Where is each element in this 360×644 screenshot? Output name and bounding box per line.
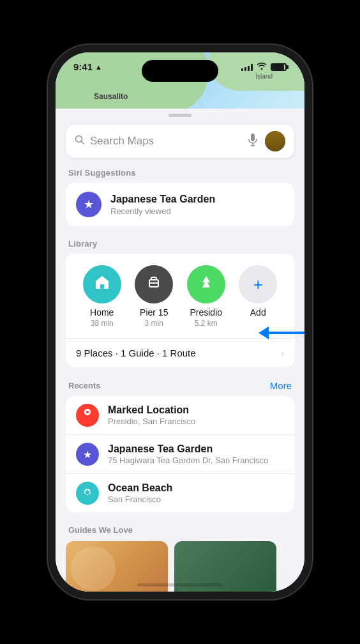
beach-icon-circle xyxy=(76,482,99,505)
recents-label: Recents xyxy=(68,381,101,390)
star-recent-icon: ★ xyxy=(83,448,92,461)
siri-suggestions-header: Siri Suggestions xyxy=(56,165,304,183)
phone-frame: Sausalito Island 9:41 ▲ xyxy=(56,52,304,592)
search-bar-container: Search Maps xyxy=(56,125,304,165)
presidio-icon-circle xyxy=(187,265,225,303)
recent-tea-garden-title: Japanese Tea Garden xyxy=(108,443,284,455)
library-item-presidio[interactable]: Presidio 5.2 km xyxy=(184,265,229,328)
home-icon-circle xyxy=(83,265,121,303)
signal-icon xyxy=(241,63,253,71)
tree-icon xyxy=(197,273,215,296)
pier-icon-circle xyxy=(135,265,173,303)
briefcase-icon xyxy=(145,273,163,296)
home-icon xyxy=(93,273,111,296)
arrow-head xyxy=(259,326,269,339)
map-label-island: Island xyxy=(255,73,273,80)
star-icon-circle: ★ xyxy=(76,443,99,466)
plus-icon: + xyxy=(253,275,263,295)
recent-ocean-beach-title: Ocean Beach xyxy=(108,482,284,494)
status-icons xyxy=(241,62,287,72)
search-placeholder: Search Maps xyxy=(90,135,243,148)
library-footer[interactable]: 9 Places · 1 Guide · 1 Route › xyxy=(76,339,284,367)
arrow-shaft xyxy=(269,332,304,334)
library-item-presidio-name: Presidio xyxy=(190,307,222,318)
library-item-home[interactable]: Home 38 min xyxy=(80,265,124,328)
add-icon-circle: + xyxy=(239,265,277,303)
chevron-right-icon: › xyxy=(281,348,284,358)
library-item-presidio-sub: 5.2 km xyxy=(195,319,218,328)
recents-card: Marked Location Presidio, San Francisco … xyxy=(66,396,294,512)
beach-icon xyxy=(82,486,93,500)
suggestion-title: Japanese Tea Garden xyxy=(110,194,284,205)
suggestion-item[interactable]: ★ Japanese Tea Garden Recently viewed xyxy=(66,183,294,226)
svg-point-7 xyxy=(86,411,89,413)
star-icon: ★ xyxy=(84,197,94,211)
location-arrow-icon: ▲ xyxy=(95,63,102,71)
arrow-indicator xyxy=(259,326,304,339)
home-indicator xyxy=(137,583,223,586)
library-items: Home 38 min xyxy=(76,265,284,328)
mic-icon[interactable] xyxy=(248,134,257,149)
status-time: 9:41 ▲ xyxy=(73,61,102,72)
recent-tea-garden-text: Japanese Tea Garden 75 Hagiwara Tea Gard… xyxy=(108,443,284,465)
library-footer-text: 9 Places · 1 Guide · 1 Route xyxy=(76,348,196,358)
suggestion-subtitle: Recently viewed xyxy=(110,206,284,216)
library-item-home-name: Home xyxy=(90,307,114,318)
search-icon xyxy=(75,135,85,148)
suggestion-text: Japanese Tea Garden Recently viewed xyxy=(110,194,284,216)
library-item-add-name: Add xyxy=(250,307,266,318)
recent-item-marked[interactable]: Marked Location Presidio, San Francisco xyxy=(66,396,294,434)
battery-icon xyxy=(271,63,287,71)
library-item-pier[interactable]: Pier 15 3 min xyxy=(131,265,176,328)
suggestion-icon: ★ xyxy=(76,192,101,217)
recent-item-tea-garden[interactable]: ★ Japanese Tea Garden 75 Hagiwara Tea Ga… xyxy=(66,434,294,473)
dynamic-island xyxy=(142,60,218,82)
siri-suggestions-card[interactable]: ★ Japanese Tea Garden Recently viewed xyxy=(66,183,294,226)
avatar[interactable] xyxy=(265,131,285,151)
library-item-pier-name: Pier 15 xyxy=(140,307,168,318)
pin-icon xyxy=(82,408,93,423)
pull-indicator xyxy=(169,114,191,117)
library-card: Home 38 min xyxy=(66,254,294,367)
library-item-home-sub: 38 min xyxy=(91,319,114,328)
recent-marked-text: Marked Location Presidio, San Francisco xyxy=(108,404,284,426)
recent-tea-garden-subtitle: 75 Hagiwara Tea Garden Dr, San Francisco xyxy=(108,456,284,465)
library-item-add[interactable]: + Add xyxy=(236,265,280,328)
more-button[interactable]: More xyxy=(270,380,292,391)
svg-rect-1 xyxy=(251,134,255,141)
recent-ocean-beach-text: Ocean Beach San Francisco xyxy=(108,482,284,504)
recent-item-ocean-beach[interactable]: Ocean Beach San Francisco xyxy=(66,473,294,512)
guides-header: Guides We Love xyxy=(56,525,304,541)
library-item-pier-sub: 3 min xyxy=(145,319,163,328)
map-label-sausalito: Sausalito xyxy=(94,92,128,101)
recent-ocean-beach-subtitle: San Francisco xyxy=(108,494,284,504)
scrollable-content[interactable]: Search Maps Siri Suggestion xyxy=(56,109,304,592)
recents-section-header: Recents More xyxy=(56,378,304,396)
wifi-icon xyxy=(257,62,267,72)
main-content-sheet: Search Maps Siri Suggestion xyxy=(56,109,304,592)
pin-icon-circle xyxy=(76,404,99,427)
recent-marked-subtitle: Presidio, San Francisco xyxy=(108,417,284,426)
search-bar[interactable]: Search Maps xyxy=(66,125,294,158)
library-header: Library xyxy=(56,236,304,254)
recent-marked-title: Marked Location xyxy=(108,404,284,416)
guides-section: Guides We Love xyxy=(56,525,304,592)
